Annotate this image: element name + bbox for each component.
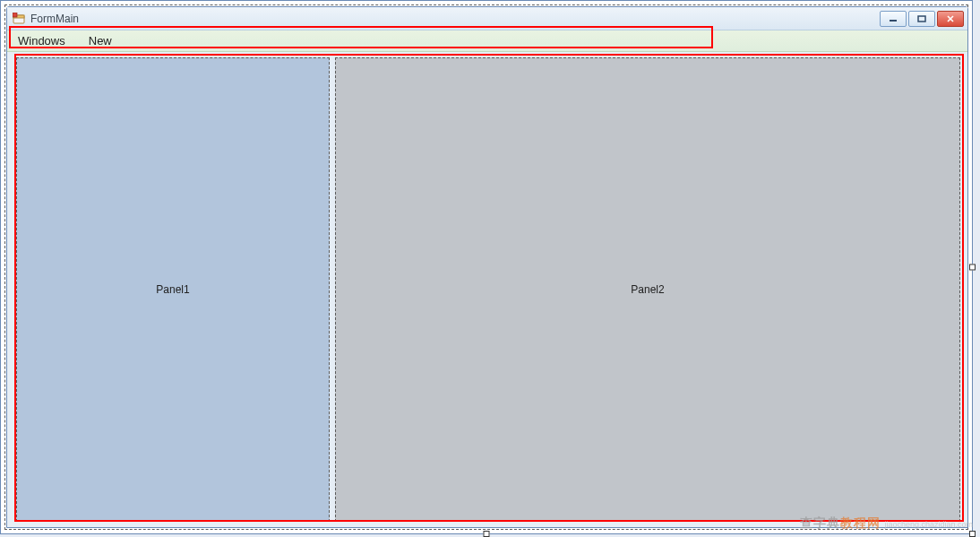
menu-item-windows[interactable]: Windows (14, 32, 69, 49)
designer-viewport: FormMain Wi (0, 0, 980, 537)
maximize-button[interactable] (908, 11, 935, 27)
app-icon (13, 13, 25, 25)
designer-frame: FormMain Wi (0, 0, 973, 534)
svg-rect-2 (13, 13, 17, 17)
split-panel-2[interactable]: Panel2 (335, 57, 960, 522)
menu-item-new[interactable]: New (85, 32, 116, 49)
split-panel-1[interactable]: Panel1 (16, 57, 330, 522)
panel1-label: Panel1 (156, 283, 189, 296)
panel2-label: Panel2 (631, 283, 664, 296)
titlebar[interactable]: FormMain (7, 7, 967, 30)
menustrip: Windows New (7, 30, 967, 52)
resize-handle-bottom[interactable] (484, 531, 490, 537)
close-button[interactable] (937, 11, 964, 27)
window-buttons (880, 11, 964, 27)
svg-rect-4 (918, 16, 925, 22)
resize-handle-corner[interactable] (969, 531, 976, 537)
form-window: FormMain Wi (6, 6, 968, 528)
resize-handle-right[interactable] (969, 264, 976, 271)
window-title: FormMain (30, 13, 79, 25)
svg-rect-3 (890, 20, 897, 22)
minimize-button[interactable] (880, 11, 907, 27)
split-container: Panel1 Panel2 (16, 57, 960, 522)
